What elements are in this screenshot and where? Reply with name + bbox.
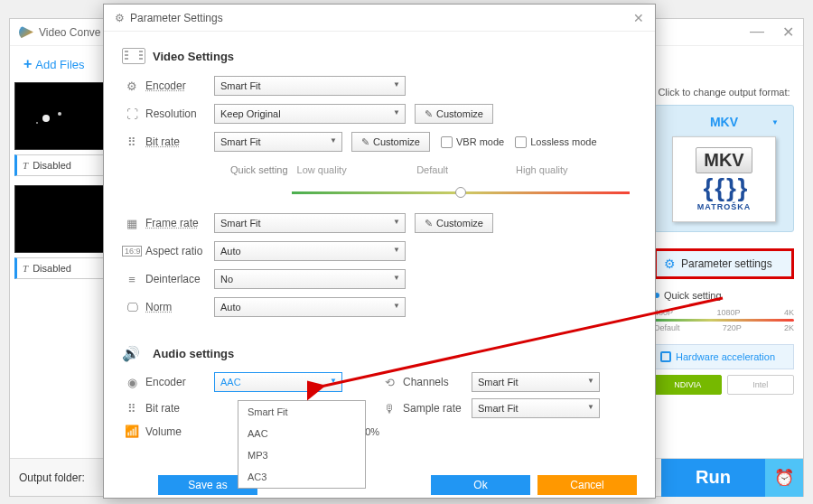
audio-encoder-label: Encoder (145, 376, 214, 388)
samplerate-icon: 🎙 (379, 402, 399, 415)
channels-icon: ⟲ (379, 376, 399, 389)
norm-label: Norm (145, 301, 214, 313)
quality-slider[interactable] (292, 191, 630, 194)
modal-title: Parameter Settings (130, 12, 223, 24)
channels-select[interactable]: Smart Fit (472, 372, 600, 392)
parameter-settings-button[interactable]: ⚙ Parameter settings (654, 248, 794, 279)
audio-bitrate-icon: ⠿ (122, 402, 142, 415)
video-settings-heading: Video Settings (122, 48, 637, 64)
deinterlace-label: Deinterlace (145, 273, 214, 285)
plus-icon: + (23, 56, 32, 71)
app-title: Video Conve (39, 26, 101, 39)
deinterlace-select[interactable]: No (214, 269, 406, 289)
norm-select[interactable]: Auto (214, 297, 406, 317)
bitrate-label: Bit rate (145, 135, 214, 148)
encoder-icon: ⚙ (122, 79, 142, 93)
deinterlace-icon: ≡ (122, 273, 142, 286)
app-logo-icon (19, 25, 33, 40)
gear-icon: ⚙ (115, 12, 125, 24)
sliders-icon: ⚙ (664, 257, 676, 271)
chip-icon (660, 351, 671, 362)
norm-icon: 🖵 (122, 301, 142, 314)
quality-slider[interactable] (654, 319, 794, 322)
resolution-select[interactable]: Keep Original (214, 104, 406, 124)
lossless-checkbox[interactable]: Lossless mode (515, 136, 596, 148)
volume-icon: 📶 (122, 425, 142, 438)
alarm-icon[interactable]: ⏰ (765, 459, 803, 497)
hardware-acceleration-button[interactable]: Hardware acceleration (654, 344, 794, 369)
dropdown-option[interactable]: MP3 (238, 444, 365, 466)
customize-button[interactable]: ✎Customize (351, 132, 430, 152)
audio-encoder-icon: ◉ (122, 376, 142, 389)
output-folder-label: Output folder: (10, 471, 94, 484)
minimize-icon[interactable]: — (750, 23, 764, 41)
audio-bitrate-label: Bit rate (145, 402, 214, 415)
aspect-select[interactable]: Auto (214, 241, 406, 261)
aspect-label: Aspect ratio (145, 245, 214, 257)
nvidia-badge[interactable]: NDIVIA (654, 375, 722, 395)
modal-header: ⚙ Parameter Settings ✕ (104, 5, 655, 32)
dropdown-option[interactable]: Smart Fit (238, 401, 365, 423)
intel-badge[interactable]: Intel (727, 375, 795, 395)
framerate-select[interactable]: Smart Fit (214, 213, 406, 233)
file-list: Disabled Disabled (10, 82, 109, 462)
format-name: MKV (660, 111, 788, 133)
disabled-tag[interactable]: Disabled (14, 257, 105, 279)
speaker-icon (122, 345, 145, 361)
close-icon[interactable]: ✕ (633, 11, 644, 25)
pencil-icon: ✎ (425, 108, 433, 120)
video-bitrate-select[interactable]: Smart Fit (214, 132, 342, 152)
bitrate-icon: ⠿ (122, 135, 142, 149)
quick-setting-label: Quick setting (230, 164, 288, 175)
framerate-label: Frame rate (145, 217, 214, 229)
customize-button[interactable]: ✎Customize (415, 213, 493, 233)
audio-encoder-dropdown: Smart Fit AAC MP3 AC3 (238, 400, 366, 489)
add-files-button[interactable]: +Add Files (23, 56, 85, 72)
samplerate-select[interactable]: Smart Fit (472, 398, 600, 418)
close-icon[interactable]: ✕ (782, 23, 794, 41)
encoder-label: Encoder (145, 79, 214, 92)
format-preview: MKV { { } } MATROŠKA (672, 136, 776, 222)
dropdown-option[interactable]: AAC (238, 423, 365, 444)
resolution-icon: ⛶ (122, 107, 142, 121)
ok-button[interactable]: Ok (431, 475, 530, 495)
pencil-icon: ✎ (425, 218, 433, 229)
channels-label: Channels (403, 376, 472, 388)
quick-setting-label: Quick setting (654, 290, 794, 301)
volume-label: Volume (145, 425, 214, 438)
parameter-settings-modal: ⚙ Parameter Settings ✕ Video Settings ⚙ … (103, 4, 656, 499)
pencil-icon: ✎ (361, 136, 369, 148)
resolution-label: Resolution (145, 107, 214, 120)
video-thumbnail[interactable] (14, 82, 105, 150)
audio-encoder-select[interactable]: AAC (214, 372, 342, 392)
samplerate-label: Sample rate (403, 402, 472, 415)
output-format-box[interactable]: MKV MKV { { } } MATROŠKA (654, 105, 794, 232)
film-icon (122, 48, 145, 64)
video-thumbnail[interactable] (14, 185, 105, 253)
modal-footer: Save as Ok Cancel (104, 472, 655, 498)
dropdown-option[interactable]: AC3 (238, 466, 365, 488)
customize-button[interactable]: ✎Customize (415, 104, 493, 124)
cancel-button[interactable]: Cancel (537, 475, 637, 495)
audio-settings-heading: Audio settings (122, 345, 637, 361)
output-format-label: Click to change output format: (654, 87, 794, 98)
video-encoder-select[interactable]: Smart Fit (214, 76, 406, 96)
run-button[interactable]: Run (661, 459, 765, 497)
aspect-icon: 16:9 (122, 246, 142, 257)
disabled-tag[interactable]: Disabled (14, 154, 105, 176)
right-sidebar: Click to change output format: MKV MKV {… (654, 87, 794, 395)
framerate-icon: ▦ (122, 217, 142, 230)
vbr-checkbox[interactable]: VBR mode (441, 136, 504, 148)
